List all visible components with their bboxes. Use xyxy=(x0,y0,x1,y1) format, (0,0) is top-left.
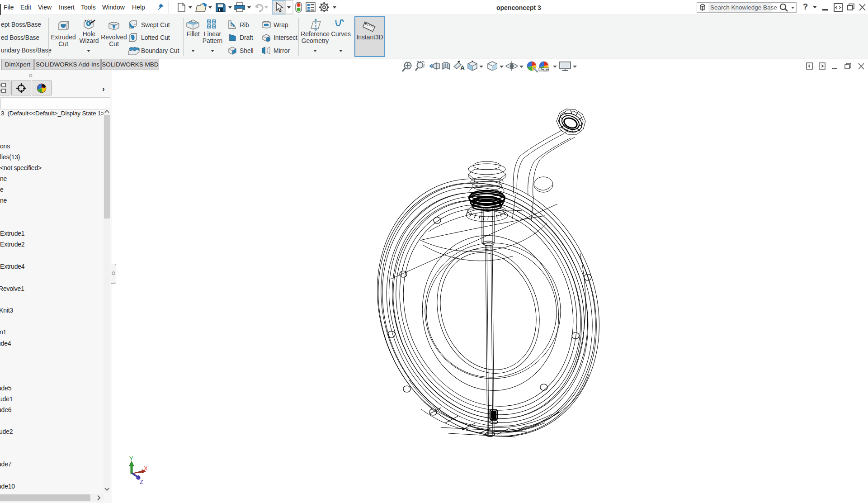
svg-text:Y: Y xyxy=(129,455,133,462)
svg-text:Z: Z xyxy=(140,479,143,485)
svg-text:X: X xyxy=(144,465,148,472)
